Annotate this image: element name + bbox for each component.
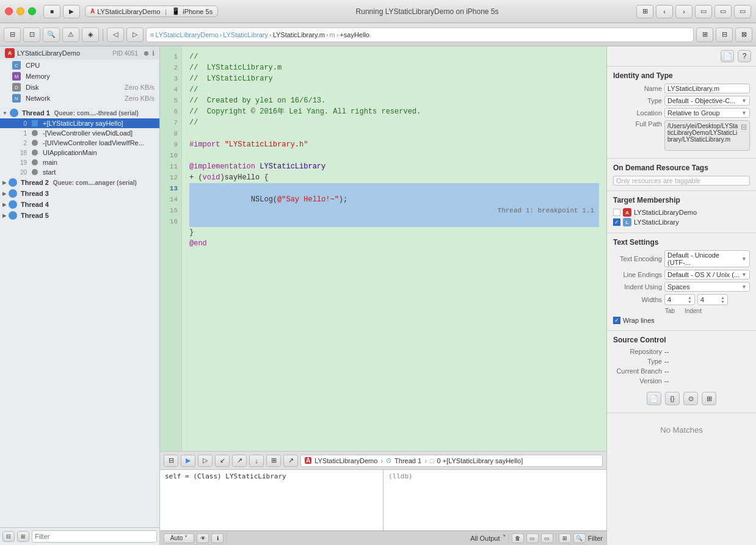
thread1-frame2[interactable]: 2 -[UIViewController loadViewIfRe... — [0, 138, 159, 148]
target-item-1[interactable]: A LYStaticLibraryDemo — [613, 208, 750, 217]
tab-stepper[interactable]: ▲ ▼ — [688, 295, 692, 304]
scheme-btn[interactable]: ◈ — [82, 27, 99, 42]
sc-icon-1[interactable]: 📄 — [647, 392, 661, 405]
layout-toggle-3[interactable]: ▭ — [734, 5, 751, 18]
debug-navigator: A LYStaticLibraryDemo PID 4051 ⏺ ℹ C CPU… — [0, 46, 159, 527]
tags-input[interactable]: Only resources are taggable — [613, 176, 750, 186]
thread1-header[interactable]: ▼ Thread 1 Queue: com....-thread (serial… — [0, 107, 159, 118]
code-line-5: // Created by ylei on 16/6/13. — [189, 95, 599, 106]
find-btn[interactable]: ⊡ — [23, 27, 40, 42]
nav-bottom-btn2[interactable]: ⊞ — [17, 531, 29, 542]
fullpath-reveal-btn[interactable]: ⊟ — [741, 123, 747, 131]
indent-using-value[interactable]: Spaces ▼ — [664, 282, 750, 292]
location-field-value[interactable]: Relative to Group ▼ — [664, 108, 750, 118]
run-button[interactable]: ▶ — [63, 5, 80, 18]
navigator-toggle[interactable]: ⊟ — [4, 27, 21, 42]
filter-right-btn[interactable]: 🔍 — [573, 533, 586, 543]
scheme-selector[interactable]: A LYStaticLibraryDemo | 📱 iPhone 5s — [85, 5, 218, 17]
indent-width-input[interactable]: 4 ▲ ▼ — [697, 294, 728, 305]
network-item[interactable]: N Network Zero KB/s — [0, 93, 159, 104]
stepper-up[interactable]: ▲ — [688, 295, 692, 300]
name-field-value[interactable]: LYStaticLibrary.m — [664, 84, 750, 93]
target-cb-1[interactable] — [613, 209, 620, 216]
trash-btn[interactable]: 🗑 — [512, 533, 524, 543]
help-icon-btn[interactable]: ? — [738, 50, 751, 62]
wrap-lines-cb[interactable]: ✓ — [613, 317, 620, 324]
sc-icon-2[interactable]: {} — [665, 392, 680, 405]
type-field-row: Type Default - Objective-C... ▼ — [613, 96, 750, 106]
back-nav-btn[interactable]: ◁ — [107, 27, 124, 42]
minimize-button[interactable] — [16, 7, 24, 15]
layout-toggle-2[interactable]: ▭ — [714, 5, 732, 18]
code-content[interactable]: // // LYStaticLibrary.m // LYStaticLibra… — [182, 46, 606, 451]
bottom-btn-info[interactable]: ℹ — [211, 533, 224, 543]
back-button[interactable]: ‹ — [656, 5, 673, 18]
thread4-header[interactable]: ▶ Thread 4 — [0, 199, 159, 210]
bottom-btn-eye[interactable]: 👁 — [197, 533, 209, 543]
maximize-button[interactable] — [28, 7, 36, 15]
debug-arrow-btn[interactable]: ↗ — [283, 455, 298, 467]
debug-step-over-btn[interactable]: ▷ — [198, 455, 213, 467]
thread1-frame18[interactable]: 18 UIApplicationMain — [0, 148, 159, 157]
repo-value: -- — [664, 348, 669, 355]
indent-stepper-up[interactable]: ▲ — [721, 295, 725, 300]
debug-continue-btn[interactable]: ▶ — [181, 455, 195, 467]
inspector-toggle-2[interactable]: ⊟ — [716, 27, 733, 42]
type-field-value[interactable]: Default - Objective-C... ▼ — [664, 96, 750, 106]
debug-layout-btn[interactable]: ⊞ — [266, 455, 281, 467]
wrap-lines-row[interactable]: ✓ Wrap lines — [613, 317, 750, 324]
thread1-frame19[interactable]: 19 main — [0, 157, 159, 167]
auto-select[interactable]: Auto ˅ — [164, 533, 194, 543]
indent-stepper-down[interactable]: ▼ — [721, 300, 725, 304]
forward-nav-btn[interactable]: ▷ — [126, 27, 144, 42]
stop-button[interactable]: ■ — [43, 5, 60, 18]
layout-toggle-1[interactable]: ▭ — [695, 5, 712, 18]
tab-width-input[interactable]: 4 ▲ ▼ — [664, 294, 695, 305]
debug-down-btn[interactable]: ↓ — [249, 455, 264, 467]
cpu-item[interactable]: C CPU — [0, 60, 159, 71]
code-editor[interactable]: 1 2 3 4 5 6 7 8 9 10 11 12 13 14 15 16 /… — [160, 46, 606, 451]
file-icon-btn[interactable]: 📄 — [721, 50, 734, 62]
indent-stepper[interactable]: ▲ ▼ — [721, 295, 725, 304]
sc-icon-3[interactable]: ⊙ — [683, 392, 698, 405]
sc-icons: 📄 {} ⊙ ⊞ — [613, 389, 750, 408]
console-left[interactable]: self = (Class) LYStaticLibrary — [160, 470, 383, 530]
thread1-frame0[interactable]: 0 +[LYStaticLibrary sayHello] — [0, 118, 159, 128]
app-header[interactable]: A LYStaticLibraryDemo PID 4051 ⏺ ℹ — [0, 46, 159, 60]
debug-hide-btn[interactable]: ⊟ — [164, 455, 178, 467]
app-icon: A — [5, 48, 15, 58]
thread2-header[interactable]: ▶ Thread 2 Queue: com....anager (serial) — [0, 177, 159, 188]
target-cb-2[interactable]: ✓ — [613, 218, 620, 226]
filter-input[interactable] — [32, 530, 157, 543]
close-button[interactable] — [5, 7, 13, 15]
bottom-grid-btn[interactable]: ⊞ — [559, 533, 571, 543]
stepper-down[interactable]: ▼ — [688, 300, 692, 304]
search-btn[interactable]: 🔍 — [43, 27, 60, 42]
disk-item[interactable]: D Disk Zero KB/s — [0, 82, 159, 93]
location-value-text: Relative to Group — [667, 109, 720, 117]
sc-icon-4[interactable]: ⊞ — [702, 392, 716, 405]
debug-step-into-btn[interactable]: ↙ — [215, 455, 230, 467]
memory-item[interactable]: M Memory — [0, 71, 159, 82]
forward-button[interactable]: › — [675, 5, 692, 18]
layout-inspector-btn[interactable]: ⊞ — [636, 5, 653, 18]
code-line-7: // — [189, 117, 599, 128]
target-item-2[interactable]: ✓ L LYStaticLibrary — [613, 218, 750, 226]
debug-step-out-btn[interactable]: ↗ — [232, 455, 247, 467]
thread1-frame20[interactable]: 20 start — [0, 167, 159, 177]
thread3-header[interactable]: ▶ Thread 3 — [0, 188, 159, 199]
thread2-name: Thread 2 — [21, 179, 49, 186]
console-split-1[interactable]: ▭ — [526, 533, 539, 543]
disk-value: Zero KB/s — [125, 84, 154, 91]
indent-using-row: Indent Using Spaces ▼ — [613, 282, 750, 292]
console-right[interactable]: (lldb) — [383, 470, 606, 530]
console-split-2[interactable]: ▭ — [541, 533, 553, 543]
nav-bottom-btn1[interactable]: ⊟ — [2, 531, 15, 542]
inspector-toggle-3[interactable]: ⊠ — [735, 27, 752, 42]
encoding-value[interactable]: Default - Unicode (UTF-... ▼ — [664, 250, 750, 267]
thread5-header[interactable]: ▶ Thread 5 — [0, 210, 159, 221]
inspector-toggle-1[interactable]: ⊞ — [696, 27, 713, 42]
thread1-frame1[interactable]: 1 -[ViewController viewDidLoad] — [0, 128, 159, 138]
warning-btn[interactable]: ⚠ — [62, 27, 79, 42]
lineendings-value[interactable]: Default - OS X / Unix (... ▼ — [664, 270, 750, 280]
